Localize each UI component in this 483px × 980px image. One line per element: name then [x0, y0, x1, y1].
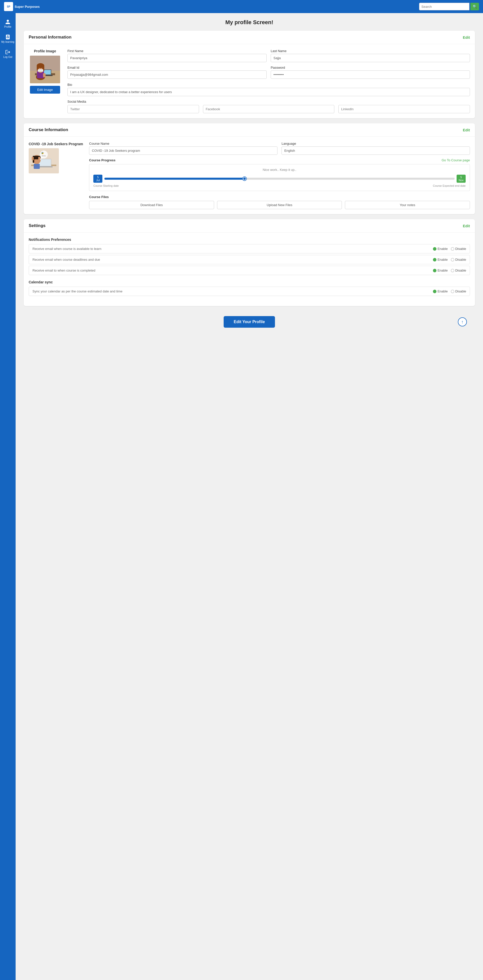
email-label: Email Id: [67, 66, 267, 70]
social-section: Social Media: [67, 100, 470, 113]
edit-image-button[interactable]: Edit Image: [30, 86, 60, 94]
notifications-subsection: Notifications Preferences Receive email …: [29, 237, 470, 275]
progress-section: Course Progress Go To Course page Nice w…: [89, 158, 470, 191]
last-name-input[interactable]: [271, 54, 470, 62]
password-group: Password: [271, 66, 470, 79]
course-thumbnail-svg: 😰 stress: [29, 148, 59, 173]
your-notes-button[interactable]: Your notes: [345, 201, 470, 209]
start-month: Jul: [95, 179, 100, 182]
first-name-input[interactable]: [67, 54, 267, 62]
language-input[interactable]: [281, 146, 470, 155]
go-to-course-link[interactable]: Go To Course page: [442, 158, 470, 162]
enable-label-1: Enable: [437, 258, 448, 261]
download-files-button[interactable]: Download Files: [89, 201, 214, 209]
bio-section: Bio: [67, 82, 470, 96]
notification-text-2: Receive email to when course is complete…: [32, 269, 95, 272]
progress-label: Course Progress: [89, 158, 116, 162]
profile-avatar-svg: [30, 56, 60, 83]
email-group: Email Id: [67, 66, 267, 79]
email-password-row: Email Id Password: [67, 66, 470, 79]
enable-label-2: Enable: [437, 269, 448, 272]
upload-files-button[interactable]: Upload New Files: [217, 201, 342, 209]
calendar-disable-option[interactable]: Disable: [451, 290, 466, 293]
course-name-input[interactable]: [89, 146, 278, 155]
logo-text: Super Purposes: [14, 5, 40, 8]
course-name-group: Course Name: [89, 142, 278, 155]
notifications-title: Notifications Preferences: [29, 237, 470, 242]
disable-label-0: Disable: [455, 247, 466, 251]
search-bar: 🔍: [419, 3, 479, 10]
logout-icon: [5, 49, 11, 55]
start-day: 5: [95, 176, 100, 179]
course-info-header: Course Information Edit: [24, 123, 475, 137]
sidebar-item-profile[interactable]: Profile: [0, 17, 16, 30]
language-label: Language: [281, 142, 470, 145]
sidebar-item-mylearning[interactable]: My learning: [0, 32, 16, 45]
svg-rect-1: [30, 56, 60, 71]
enable-option-2[interactable]: Enable: [433, 269, 448, 272]
disable-radio-0: [451, 247, 454, 251]
notification-text-1: Receive email when course deadlines and …: [32, 258, 100, 261]
disable-option-1[interactable]: Disable: [451, 258, 466, 261]
twitter-input[interactable]: [67, 105, 199, 113]
settings-edit[interactable]: Edit: [463, 224, 470, 228]
search-input[interactable]: [419, 3, 469, 10]
edit-profile-button[interactable]: Edit Your Profile: [224, 316, 275, 328]
disable-radio-2: [451, 269, 454, 272]
course-info-body: COVID -19 Job Seekers Program: [24, 137, 475, 214]
page-title: My profile Screen!: [24, 19, 475, 25]
personal-info-title: Personal Information: [29, 35, 71, 40]
disable-radio-1: [451, 258, 454, 261]
progress-track-row: 5 Jul 5 Nov: [93, 175, 466, 183]
email-input[interactable]: [67, 70, 267, 79]
search-button[interactable]: 🔍: [470, 3, 479, 10]
top-navigation: SP Super Purposes 🔍: [0, 0, 483, 13]
radio-group-0: Enable Disable: [433, 247, 466, 251]
disable-option-0[interactable]: Disable: [451, 247, 466, 251]
course-thumbnail: 😰 stress: [29, 148, 59, 173]
notification-text-0: Receive email when course is available t…: [32, 247, 102, 251]
course-info-edit[interactable]: Edit: [463, 128, 470, 132]
calendar-enable-option[interactable]: Enable: [433, 290, 448, 293]
logo-icon: SP: [4, 2, 13, 11]
profile-icon: [5, 19, 11, 25]
password-label: Password: [271, 66, 470, 70]
linkedin-input[interactable]: [338, 105, 470, 113]
files-section: Course Files Download Files Upload New F…: [89, 195, 470, 209]
settings-title: Settings: [29, 223, 46, 228]
scroll-top-icon: ↑: [461, 319, 464, 325]
date-labels: Course Starting date Course Expected end…: [93, 184, 466, 187]
enable-option-1[interactable]: Enable: [433, 258, 448, 261]
sidebar-item-mylearning-label: My learning: [1, 41, 14, 43]
start-date-label: Course Starting date: [93, 184, 119, 187]
calendar-enable-label: Enable: [437, 290, 448, 293]
bio-input[interactable]: [67, 88, 470, 96]
scroll-top-button[interactable]: ↑: [458, 317, 467, 326]
personal-info-edit[interactable]: Edit: [463, 35, 470, 40]
facebook-input[interactable]: [203, 105, 335, 113]
svg-rect-12: [38, 69, 43, 72]
password-input[interactable]: [271, 70, 470, 79]
progress-message: Nice work.. Keep it up..: [93, 168, 466, 172]
files-row: Download Files Upload New Files Your not…: [89, 201, 470, 209]
course-info-title: Course Information: [29, 127, 68, 132]
notification-row-2: Receive email to when course is complete…: [29, 266, 470, 275]
progress-header: Course Progress Go To Course page: [89, 158, 470, 162]
disable-option-2[interactable]: Disable: [451, 269, 466, 272]
sidebar-item-logout[interactable]: Log Out: [0, 47, 16, 60]
logo: SP Super Purposes: [4, 2, 40, 11]
notification-row-0: Receive email when course is available t…: [29, 244, 470, 253]
profile-image-label: Profile Image: [34, 49, 56, 53]
svg-rect-24: [34, 164, 40, 169]
disable-label-1: Disable: [455, 258, 466, 261]
last-name-label: Last Name: [271, 49, 470, 53]
files-label: Course Files: [89, 195, 470, 199]
enable-option-0[interactable]: Enable: [433, 247, 448, 251]
language-group: Language: [281, 142, 470, 155]
enable-label-0: Enable: [437, 247, 448, 251]
radio-group-1: Enable Disable: [433, 258, 466, 261]
calendar-sync-title: Calendar sync: [29, 280, 470, 284]
progress-bar-container: [105, 178, 454, 180]
social-media-label: Social Media: [67, 100, 470, 103]
progress-bar-fill: [105, 178, 245, 180]
